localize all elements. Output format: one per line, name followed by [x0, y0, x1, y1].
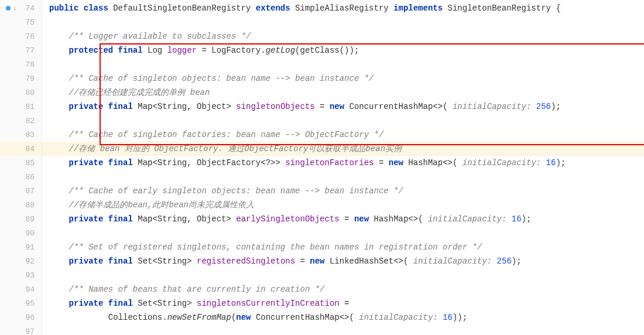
code-token: (getClass());: [295, 46, 359, 55]
code-token: new: [389, 158, 409, 168]
code-line[interactable]: /** Cache of singleton objects: bean nam…: [42, 71, 644, 86]
code-line[interactable]: private final Map<String, ObjectFactory<…: [42, 156, 644, 170]
code-line[interactable]: [42, 324, 644, 335]
code-line[interactable]: /** Cache of early singleton objects: be…: [42, 184, 644, 198]
code-line[interactable]: private final Map<String, Object> earlyS…: [42, 212, 644, 226]
line-number[interactable]: 84: [0, 142, 42, 156]
code-token: //存储半成品的bean,此时bean尚未完成属性依入: [69, 200, 254, 210]
code-token: );: [522, 214, 532, 224]
code-line[interactable]: [42, 226, 644, 240]
code-line[interactable]: /** Logger available to subclasses */: [42, 29, 644, 43]
code-token: SimpleAliasRegistry: [295, 4, 393, 13]
code-token: protected final: [69, 46, 148, 55]
code-token: Map<String, Object>: [138, 102, 236, 111]
line-number[interactable]: 88: [0, 198, 42, 212]
line-number[interactable]: 93: [0, 268, 42, 282]
code-token: singletonsCurrentlyInCreation: [197, 299, 344, 308]
code-line[interactable]: private final Set<String> singletonsCurr…: [42, 296, 644, 310]
line-number[interactable]: 81: [0, 100, 42, 114]
line-number[interactable]: 83: [0, 128, 42, 142]
code-token: private final: [69, 299, 138, 308]
line-number[interactable]: 74↓: [0, 1, 42, 15]
code-token: 16: [443, 313, 453, 322]
arrow-down-icon: ↓: [13, 5, 17, 12]
code-token: private final: [69, 257, 138, 266]
line-number[interactable]: 75: [0, 15, 42, 29]
code-token: );: [556, 158, 566, 168]
code-editor[interactable]: public class DefaultSingletonBeanRegistr…: [42, 0, 644, 335]
code-line[interactable]: [42, 170, 644, 184]
code-token: //存储 bean 对应的 ObjectFactory. 通过ObjectFac…: [69, 143, 402, 154]
code-token: /** Cache of singleton objects: bean nam…: [69, 74, 374, 83]
code-line[interactable]: /** Set of registered singletons, contai…: [42, 240, 644, 254]
code-line[interactable]: //存储半成品的bean,此时bean尚未完成属性依入: [42, 198, 644, 212]
code-token: = LogFactory.: [201, 46, 265, 55]
code-token: initialCapacity:: [428, 214, 512, 224]
code-token: SingletonBeanRegistry: [448, 4, 556, 13]
line-number[interactable]: 85: [0, 156, 42, 170]
code-token: singletonObjects: [236, 102, 320, 111]
code-token: private final: [69, 102, 138, 111]
code-token: registeredSingletons: [197, 257, 300, 266]
code-token: (: [231, 313, 236, 322]
line-number[interactable]: 91: [0, 240, 42, 254]
line-number[interactable]: 97: [0, 324, 42, 335]
line-number[interactable]: 76: [0, 29, 42, 43]
code-token: implements: [393, 4, 447, 13]
code-token: getLog: [266, 46, 295, 55]
line-number[interactable]: 87: [0, 184, 42, 198]
code-token: /** Logger available to subclasses */: [69, 32, 251, 41]
code-token: Set<String>: [138, 299, 197, 308]
line-number[interactable]: 95: [0, 296, 42, 310]
code-line[interactable]: protected final Log logger = LogFactory.…: [42, 43, 644, 57]
line-number[interactable]: 80: [0, 86, 42, 100]
line-number[interactable]: 94: [0, 282, 42, 296]
line-number[interactable]: 90: [0, 226, 42, 240]
code-line[interactable]: /** Names of beans that are currently in…: [42, 282, 644, 296]
code-token: HashMap<>(: [408, 158, 462, 168]
code-line[interactable]: private final Map<String, Object> single…: [42, 100, 644, 114]
line-number[interactable]: 77: [0, 43, 42, 57]
line-number[interactable]: 86: [0, 170, 42, 184]
line-number[interactable]: 82: [0, 114, 42, 128]
code-line[interactable]: public class DefaultSingletonBeanRegistr…: [42, 1, 644, 15]
code-token: private final: [69, 214, 138, 224]
code-token: LinkedHashSet<>(: [330, 257, 413, 266]
code-token: /** Names of beans that are currently in…: [69, 285, 325, 294]
code-line[interactable]: [42, 15, 644, 29]
line-number[interactable]: 96: [0, 310, 42, 324]
code-token: Set<String>: [138, 257, 197, 266]
code-token: {: [556, 4, 560, 13]
code-token: initialCapacity:: [463, 158, 546, 168]
code-line[interactable]: [42, 268, 644, 282]
code-line[interactable]: private final Set<String> registeredSing…: [42, 254, 644, 268]
code-token: ConcurrentHashMap<>(: [256, 313, 359, 322]
code-line[interactable]: //存储已经创建完成完成的单例 bean: [42, 86, 644, 100]
code-token: HashMap<>(: [374, 214, 428, 224]
code-token: Map<String, Object>: [138, 214, 236, 224]
modification-dot-icon: [6, 6, 11, 11]
code-token: =: [379, 158, 389, 168]
code-line[interactable]: /** Cache of singleton factories: bean n…: [42, 128, 644, 142]
line-number[interactable]: 79: [0, 71, 42, 86]
code-token: extends: [256, 4, 295, 13]
code-line[interactable]: Collections.newSetFromMap(new Concurrent…: [42, 310, 644, 324]
code-token: initialCapacity:: [413, 257, 497, 266]
code-token: Log: [148, 46, 167, 55]
gutter: 74↓7576777879808182838485868788899091929…: [0, 0, 42, 335]
code-token: new: [310, 257, 330, 266]
code-token: singletonFactories: [285, 158, 379, 168]
line-number[interactable]: 78: [0, 57, 42, 71]
code-token: /** Cache of early singleton objects: be…: [69, 186, 403, 196]
code-token: initialCapacity:: [453, 102, 536, 111]
code-token: //存储已经创建完成完成的单例 bean: [69, 87, 210, 98]
code-token: private final: [69, 158, 138, 168]
code-line[interactable]: [42, 57, 644, 71]
code-line[interactable]: [42, 114, 644, 128]
code-line[interactable]: //存储 bean 对应的 ObjectFactory. 通过ObjectFac…: [42, 142, 644, 156]
code-token: Collections.: [108, 313, 167, 322]
code-token: /** Cache of singleton factories: bean n…: [69, 130, 384, 139]
code-token: =: [344, 214, 354, 224]
line-number[interactable]: 92: [0, 254, 42, 268]
line-number[interactable]: 89: [0, 212, 42, 226]
